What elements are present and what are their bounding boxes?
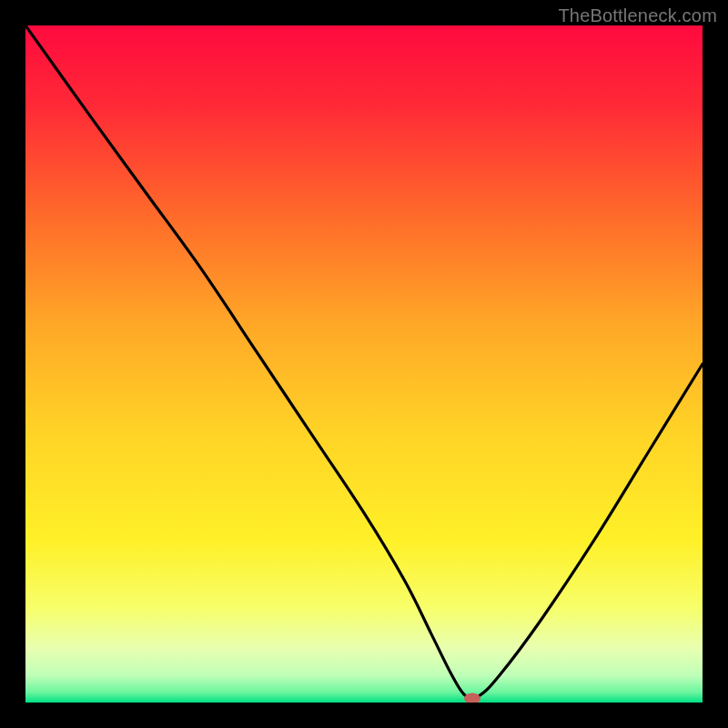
attribution-text: TheBottleneck.com <box>558 5 717 26</box>
chart-container: TheBottleneck.com <box>0 0 728 728</box>
plot-area <box>25 25 703 703</box>
gradient-background <box>25 25 703 703</box>
bottleneck-chart <box>25 25 703 703</box>
